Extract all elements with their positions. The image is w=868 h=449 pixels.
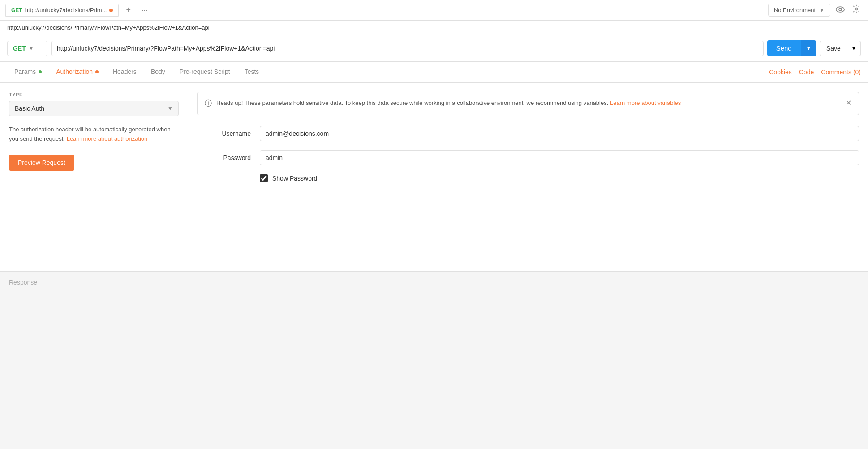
tabs-bar: Params Authorization Headers Body Pre-re… — [0, 62, 868, 83]
password-input[interactable] — [260, 150, 859, 165]
tab-tests[interactable]: Tests — [237, 62, 266, 82]
username-row: Username — [197, 126, 859, 141]
tab-headers-label: Headers — [113, 68, 137, 75]
top-right-controls: No Environment ▼ — [768, 3, 863, 17]
eye-icon-button[interactable] — [834, 4, 847, 17]
content-area: TYPE Basic Auth ▼ The authorization head… — [0, 83, 868, 271]
environment-label: No Environment — [774, 7, 816, 13]
gear-icon-button[interactable] — [850, 3, 863, 17]
tab-params[interactable]: Params — [7, 62, 49, 82]
request-tab[interactable]: GET http://unlucky7/decisions/Prim... — [5, 4, 119, 17]
code-link[interactable]: Code — [799, 69, 814, 76]
learn-more-auth-link[interactable]: Learn more about authorization — [67, 135, 148, 142]
comments-link[interactable]: Comments (0) — [821, 69, 861, 76]
tab-headers[interactable]: Headers — [106, 62, 144, 82]
tab-body-label: Body — [151, 68, 165, 75]
tab-url: http://unlucky7/decisions/Prim... — [25, 7, 107, 13]
send-button[interactable]: Send — [767, 40, 801, 56]
preview-request-button[interactable]: Preview Request — [9, 155, 74, 171]
chevron-down-icon: ▼ — [819, 7, 825, 13]
learn-more-variables-link[interactable]: Learn more about variables — [610, 99, 681, 106]
svg-point-0 — [836, 7, 844, 12]
tab-authorization-label: Authorization — [56, 68, 93, 75]
username-input[interactable] — [260, 126, 859, 141]
tab-pre-request-script[interactable]: Pre-request Script — [172, 62, 237, 82]
type-chevron-icon: ▼ — [168, 105, 173, 112]
response-area: Response — [0, 271, 868, 293]
send-dropdown-chevron-icon: ▼ — [806, 45, 812, 52]
alert-box: ⓘ Heads up! These parameters hold sensit… — [197, 92, 859, 115]
response-label: Response — [9, 279, 37, 286]
password-label: Password — [197, 154, 251, 161]
username-label: Username — [197, 130, 251, 137]
save-button[interactable]: Save — [820, 41, 847, 56]
add-tab-button[interactable]: + — [122, 4, 134, 17]
cookies-link[interactable]: Cookies — [769, 69, 792, 76]
send-dropdown-button[interactable]: ▼ — [801, 40, 816, 56]
type-value: Basic Auth — [15, 105, 44, 112]
more-options-button[interactable]: ··· — [138, 4, 151, 16]
environment-select[interactable]: No Environment ▼ — [768, 4, 830, 17]
right-panel: ⓘ Heads up! These parameters hold sensit… — [188, 83, 868, 271]
top-bar: GET http://unlucky7/decisions/Prim... + … — [0, 0, 868, 21]
tabs-right-links: Cookies Code Comments (0) — [769, 69, 861, 76]
auth-description: The authorization header will be automat… — [9, 125, 179, 144]
tab-params-label: Params — [14, 68, 36, 75]
tab-body[interactable]: Body — [144, 62, 172, 82]
tab-active-dot — [109, 9, 113, 12]
method-select[interactable]: GET ▼ — [7, 41, 47, 56]
show-password-row: Show Password — [260, 174, 859, 182]
alert-text: Heads up! These parameters hold sensitiv… — [216, 99, 841, 108]
request-bar: GET ▼ Send ▼ Save ▼ — [0, 35, 868, 62]
show-password-label: Show Password — [272, 175, 317, 182]
tab-method: GET — [11, 7, 22, 13]
method-label: GET — [13, 45, 26, 52]
save-dropdown-chevron-icon: ▼ — [851, 45, 857, 52]
tab-tests-label: Tests — [245, 68, 259, 75]
alert-icon: ⓘ — [205, 99, 212, 108]
params-dot-icon — [39, 70, 42, 73]
method-chevron-icon: ▼ — [29, 45, 34, 52]
url-display-text: http://unlucky7/decisions/Primary/?FlowP… — [7, 24, 210, 31]
alert-close-button[interactable]: ✕ — [846, 99, 851, 107]
svg-point-1 — [839, 8, 842, 11]
tab-authorization[interactable]: Authorization — [49, 62, 106, 82]
left-panel: TYPE Basic Auth ▼ The authorization head… — [0, 83, 188, 271]
url-display-bar: http://unlucky7/decisions/Primary/?FlowP… — [0, 21, 868, 35]
svg-point-2 — [855, 8, 858, 10]
save-dropdown-button[interactable]: ▼ — [847, 41, 861, 56]
type-label: TYPE — [9, 92, 179, 97]
authorization-dot-icon — [95, 70, 99, 73]
tab-pre-request-label: Pre-request Script — [180, 68, 230, 75]
show-password-checkbox[interactable] — [260, 174, 268, 182]
type-select[interactable]: Basic Auth ▼ — [9, 101, 179, 116]
password-row: Password — [197, 150, 859, 165]
send-button-group: Send ▼ — [767, 40, 816, 56]
save-button-group: Save ▼ — [820, 41, 861, 56]
url-input[interactable] — [51, 41, 764, 56]
